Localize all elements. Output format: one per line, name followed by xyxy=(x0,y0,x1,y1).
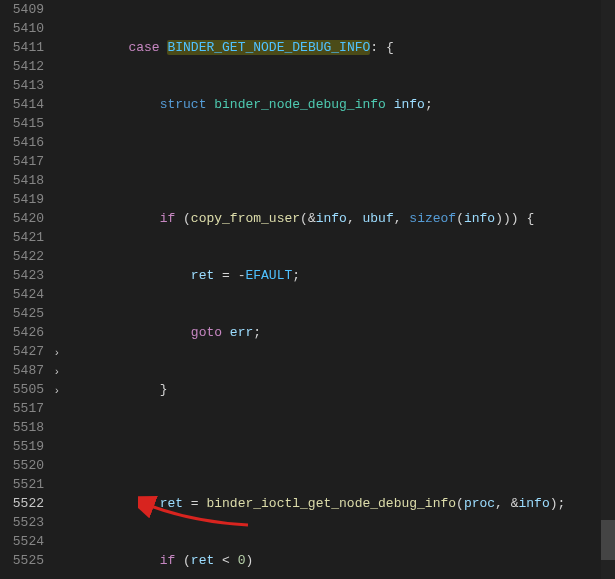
code-line[interactable]: if (ret < 0) xyxy=(62,551,615,570)
line-number: 5517 xyxy=(0,399,58,418)
line-number: 5426 xyxy=(0,323,58,342)
code-line[interactable]: ret = binder_ioctl_get_node_debug_info(p… xyxy=(62,494,615,513)
code-line[interactable]: ret = -EFAULT; xyxy=(62,266,615,285)
code-line[interactable]: case BINDER_GET_NODE_DEBUG_INFO: { xyxy=(62,38,615,57)
code-line[interactable]: struct binder_node_debug_info info; xyxy=(62,95,615,114)
code-line[interactable] xyxy=(62,152,615,171)
line-number: 5409 xyxy=(0,0,58,19)
line-number: 5487› xyxy=(0,361,58,380)
line-number: 5415 xyxy=(0,114,58,133)
line-number: 5411 xyxy=(0,38,58,57)
line-number: 5413 xyxy=(0,76,58,95)
line-number: 5521 xyxy=(0,475,58,494)
line-number: 5416 xyxy=(0,133,58,152)
line-number: 5414 xyxy=(0,95,58,114)
code-line[interactable]: } xyxy=(62,380,615,399)
code-line[interactable]: if (copy_from_user(&info, ubuf, sizeof(i… xyxy=(62,209,615,228)
scrollbar-thumb[interactable] xyxy=(601,520,615,560)
code-line[interactable]: goto err; xyxy=(62,323,615,342)
line-number: 5427› xyxy=(0,342,58,361)
line-number: 5410 xyxy=(0,19,58,38)
line-number: 5519 xyxy=(0,437,58,456)
line-number: 5523 xyxy=(0,513,58,532)
vertical-scrollbar[interactable] xyxy=(601,0,615,579)
line-number: 5419 xyxy=(0,190,58,209)
line-number: 5418 xyxy=(0,171,58,190)
line-number: 5422 xyxy=(0,247,58,266)
line-number: 5424 xyxy=(0,285,58,304)
line-number: 5425 xyxy=(0,304,58,323)
code-editor[interactable]: 5409 5410 5411 5412 5413 5414 5415 5416 … xyxy=(0,0,615,579)
line-number: 5524 xyxy=(0,532,58,551)
line-number: 5505› xyxy=(0,380,58,399)
line-number: 5522 xyxy=(0,494,58,513)
line-number: 5417 xyxy=(0,152,58,171)
code-content[interactable]: case BINDER_GET_NODE_DEBUG_INFO: { struc… xyxy=(62,0,615,579)
line-number: 5420 xyxy=(0,209,58,228)
code-line[interactable] xyxy=(62,437,615,456)
line-number: 5525 xyxy=(0,551,58,570)
line-number-gutter: 5409 5410 5411 5412 5413 5414 5415 5416 … xyxy=(0,0,62,579)
line-number: 5423 xyxy=(0,266,58,285)
line-number: 5412 xyxy=(0,57,58,76)
line-number: 5518 xyxy=(0,418,58,437)
line-number: 5421 xyxy=(0,228,58,247)
line-number: 5520 xyxy=(0,456,58,475)
